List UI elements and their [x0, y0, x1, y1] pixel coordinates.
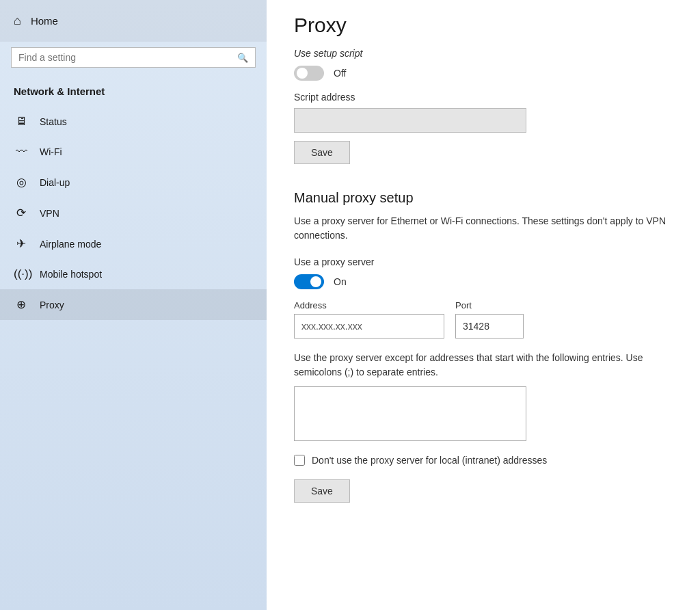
- sidebar-item-airplane[interactable]: ✈ Airplane mode: [0, 228, 267, 259]
- address-field-group: Address: [294, 300, 444, 339]
- home-button[interactable]: ⌂ Home: [0, 0, 267, 42]
- page-title: Proxy: [294, 0, 673, 48]
- sidebar-item-label: Status: [40, 116, 67, 127]
- auto-toggle[interactable]: [294, 66, 324, 81]
- sidebar-item-vpn[interactable]: ⟳ VPN: [0, 198, 267, 228]
- local-intranet-row: Don't use the proxy server for local (in…: [294, 455, 673, 466]
- exceptions-textarea[interactable]: [294, 386, 526, 441]
- address-port-row: Address Port: [294, 300, 673, 339]
- search-input[interactable]: [18, 52, 237, 63]
- sidebar-item-label: Dial-up: [40, 177, 70, 188]
- script-address-label: Script address: [294, 92, 673, 103]
- sidebar-item-proxy[interactable]: ⊕ Proxy: [0, 289, 267, 320]
- auto-save-button[interactable]: Save: [294, 141, 350, 164]
- home-label: Home: [31, 15, 58, 27]
- sidebar-item-label: Proxy: [40, 300, 64, 310]
- sidebar-item-label: Mobile hotspot: [40, 269, 102, 280]
- address-input[interactable]: [294, 314, 444, 339]
- manual-setup-title: Manual proxy setup: [294, 190, 673, 206]
- manual-toggle-row: On: [294, 274, 673, 289]
- setup-script-label: Use setup script: [294, 48, 673, 59]
- sidebar-item-dialup[interactable]: ◎ Dial-up: [0, 167, 267, 198]
- home-icon: ⌂: [14, 14, 21, 28]
- wifi-icon: 〰: [14, 145, 29, 159]
- port-input[interactable]: [455, 314, 524, 339]
- manual-setup-section: Manual proxy setup Use a proxy server fo…: [294, 190, 673, 522]
- manual-save-button[interactable]: Save: [294, 479, 350, 503]
- manual-toggle-label: On: [334, 276, 347, 287]
- toggle-thumb: [297, 68, 308, 79]
- local-intranet-checkbox[interactable]: [294, 455, 305, 466]
- auto-toggle-label: Off: [334, 68, 346, 79]
- sidebar-item-label: Airplane mode: [40, 239, 101, 250]
- search-container: 🔍: [11, 47, 256, 68]
- exceptions-description: Use the proxy server except for addresse…: [294, 351, 673, 380]
- address-label: Address: [294, 300, 444, 310]
- auto-setup-section: Use setup script Off Script address Save: [294, 48, 673, 183]
- sidebar-item-hotspot[interactable]: ((·)) Mobile hotspot: [0, 259, 267, 289]
- proxy-server-label: Use a proxy server: [294, 256, 673, 267]
- search-icon: 🔍: [237, 53, 248, 63]
- local-intranet-label: Don't use the proxy server for local (in…: [312, 455, 547, 466]
- dialup-icon: ◎: [14, 175, 29, 189]
- sidebar: ⌂ Home 🔍 Network & Internet 🖥 Status 〰 W…: [0, 0, 267, 610]
- manual-setup-description: Use a proxy server for Ethernet or Wi-Fi…: [294, 214, 673, 243]
- hotspot-icon: ((·)): [14, 267, 29, 281]
- sidebar-section-title: Network & Internet: [0, 79, 267, 107]
- script-address-input[interactable]: [294, 108, 526, 133]
- toggle-thumb: [310, 276, 321, 287]
- sidebar-item-label: VPN: [40, 208, 59, 219]
- manual-toggle[interactable]: [294, 274, 324, 289]
- status-icon: 🖥: [14, 115, 29, 129]
- proxy-icon: ⊕: [14, 297, 29, 312]
- port-label: Port: [455, 300, 524, 310]
- sidebar-item-wifi[interactable]: 〰 Wi-Fi: [0, 137, 267, 167]
- port-field-group: Port: [455, 300, 524, 339]
- sidebar-item-label: Wi-Fi: [40, 146, 62, 157]
- main-content: Proxy Use setup script Off Script addres…: [267, 0, 700, 610]
- airplane-icon: ✈: [14, 237, 29, 251]
- vpn-icon: ⟳: [14, 206, 29, 220]
- auto-toggle-row: Off: [294, 66, 673, 81]
- sidebar-item-status[interactable]: 🖥 Status: [0, 107, 267, 137]
